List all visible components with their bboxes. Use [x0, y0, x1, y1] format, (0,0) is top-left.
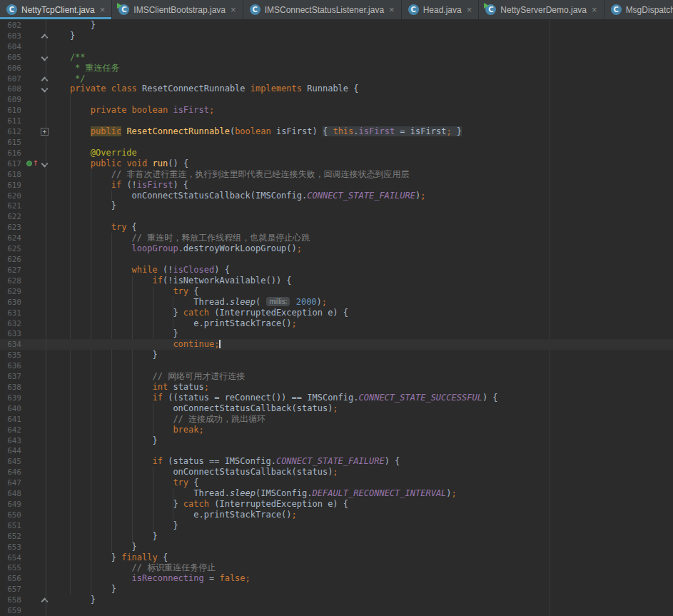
code-line[interactable]: 632 e.printStackTrace();: [0, 318, 673, 329]
editor-tab[interactable]: CIMSConnectStatusListener.java×: [243, 0, 402, 19]
code-text: }: [49, 584, 673, 595]
parameter-hint: millis:: [266, 297, 290, 306]
line-number: 629: [0, 287, 21, 296]
code-line[interactable]: 615: [0, 137, 673, 148]
code-line[interactable]: 630 Thread.sleep( millis: 2000);: [0, 297, 673, 308]
code-line[interactable]: 657 }: [0, 584, 673, 595]
fold-marker[interactable]: [41, 54, 48, 61]
code-line[interactable]: 638 int status;: [0, 382, 673, 393]
line-number: 607: [0, 74, 21, 84]
code-line[interactable]: 607 */: [0, 74, 673, 84]
line-number: 636: [0, 361, 21, 370]
tab-close-icon[interactable]: ×: [389, 5, 395, 14]
code-line[interactable]: 626: [0, 254, 673, 265]
code-line[interactable]: 659: [0, 605, 673, 616]
fold-marker[interactable]: [41, 161, 48, 167]
fold-marker[interactable]: [41, 86, 48, 92]
code-line[interactable]: 656 isReconnecting = false;: [0, 573, 673, 584]
code-editor[interactable]: 602 }603 }604605 /**606 * 重连任务607 */608 …: [0, 20, 673, 616]
code-line[interactable]: 625 loopGroup.destroyWorkLoopGroup();: [0, 243, 673, 254]
code-line[interactable]: 621 }: [0, 201, 673, 211]
code-line[interactable]: 627 while (!isClosed) {: [0, 265, 673, 276]
code-line[interactable]: 642 break;: [0, 425, 673, 435]
code-line[interactable]: 636: [0, 360, 673, 371]
code-line[interactable]: 645 if (status == IMSConfig.CONNECT_STAT…: [0, 456, 673, 467]
code-line[interactable]: 619 if (!isFirst) {: [0, 180, 673, 191]
fold-marker[interactable]: +: [41, 128, 49, 136]
code-text: Thread.sleep(IMSConfig.DEFAULT_RECONNECT…: [49, 488, 673, 499]
code-text: onConnectStatusCallback(IMSConfig.CONNEC…: [49, 191, 673, 201]
code-text: }: [49, 520, 673, 531]
code-text: continue;: [49, 339, 673, 350]
code-line[interactable]: 609: [0, 94, 673, 105]
editor-tab[interactable]: CNettyTcpClient.java×: [0, 0, 112, 19]
code-line[interactable]: 655 // 标识重连任务停止: [0, 562, 673, 573]
editor-tab[interactable]: CIMSClientBootstrap.java×: [112, 0, 243, 19]
code-line[interactable]: 628 if(!isNetworkAvailable()) {: [0, 276, 673, 286]
runnable-class-overlay-icon: [484, 3, 489, 9]
code-line[interactable]: 640 onConnectStatusCallback(status);: [0, 403, 673, 414]
editor-tab[interactable]: CHead.java×: [402, 0, 480, 19]
editor-tab[interactable]: CNettyServerDemo.java×: [479, 0, 604, 19]
code-line[interactable]: 647 try {: [0, 478, 673, 488]
code-line[interactable]: 649 } catch (InterruptedException e) {: [0, 499, 673, 510]
code-text: } finally {: [49, 552, 673, 563]
code-line[interactable]: 605 /**: [0, 52, 673, 63]
code-line[interactable]: 623 try {: [0, 222, 673, 233]
code-line[interactable]: 603 }: [0, 31, 673, 41]
code-line[interactable]: 633 }: [0, 328, 673, 339]
code-line[interactable]: 624 // 重连时，释放工作线程组，也就是停止心跳: [0, 233, 673, 243]
code-line[interactable]: 637 // 网络可用才进行连接: [0, 371, 673, 382]
fold-column: [40, 597, 49, 603]
tab-close-icon[interactable]: ×: [592, 5, 597, 14]
code-line[interactable]: 648 Thread.sleep(IMSConfig.DEFAULT_RECON…: [0, 488, 673, 499]
code-line[interactable]: 616 @Override: [0, 148, 673, 158]
code-line[interactable]: 639 if ((status = reConnect()) == IMSCon…: [0, 393, 673, 403]
code-line[interactable]: 643 }: [0, 435, 673, 446]
code-line[interactable]: 608 private class ResetConnectRunnable i…: [0, 84, 673, 94]
code-line[interactable]: 654 } finally {: [0, 552, 673, 563]
override-method-icon[interactable]: ↑: [26, 160, 39, 167]
code-line[interactable]: 634 continue;: [0, 339, 673, 350]
fold-marker[interactable]: [41, 33, 48, 39]
fold-marker[interactable]: [41, 76, 48, 82]
line-number: 609: [0, 95, 21, 104]
code-text: e.printStackTrace();: [49, 318, 673, 329]
code-line[interactable]: 646 onConnectStatusCallback(status);: [0, 467, 673, 478]
code-line[interactable]: 658 }: [0, 595, 673, 605]
code-line[interactable]: 644: [0, 445, 673, 456]
code-line[interactable]: 635 }: [0, 350, 673, 360]
code-line[interactable]: 652 }: [0, 531, 673, 542]
code-line[interactable]: 602 }: [0, 20, 673, 31]
code-line[interactable]: 617↑ public void run() {: [0, 158, 673, 169]
fold-column: [40, 33, 49, 39]
code-line[interactable]: 604: [0, 41, 673, 52]
tab-close-icon[interactable]: ×: [231, 5, 236, 14]
line-number: 616: [0, 148, 21, 158]
line-number: 645: [0, 457, 21, 466]
tab-close-icon[interactable]: ×: [467, 5, 472, 14]
code-line[interactable]: 610 private boolean isFirst;: [0, 105, 673, 116]
line-number: 604: [0, 42, 21, 51]
code-line[interactable]: 641 // 连接成功，跳出循环: [0, 414, 673, 425]
code-line[interactable]: 653 }: [0, 542, 673, 552]
code-line[interactable]: 629 try {: [0, 286, 673, 297]
fold-marker[interactable]: [41, 597, 48, 603]
code-line[interactable]: 622: [0, 211, 673, 222]
code-line[interactable]: 606 * 重连任务: [0, 63, 673, 74]
code-line[interactable]: 612+ public ResetConnectRunnable(boolean…: [0, 126, 673, 137]
editor-tab[interactable]: CMsgDispatcher.java×: [604, 0, 673, 19]
code-line[interactable]: 651 }: [0, 520, 673, 531]
code-line[interactable]: 631 } catch (InterruptedException e) {: [0, 308, 673, 318]
code-line[interactable]: 618 // 非首次进行重连，执行到这里即代表已经连接失败，回调连接状态到应用层: [0, 169, 673, 180]
fold-column: [40, 54, 49, 61]
code-text: isReconnecting = false;: [49, 573, 673, 584]
line-number: 631: [0, 308, 21, 318]
tab-close-icon[interactable]: ×: [100, 5, 106, 14]
line-number: 608: [0, 84, 21, 94]
gutter-separator: [46, 20, 46, 616]
code-line[interactable]: 611: [0, 116, 673, 126]
code-line[interactable]: 650 e.printStackTrace();: [0, 510, 673, 520]
line-number: 647: [0, 478, 21, 488]
code-line[interactable]: 620 onConnectStatusCallback(IMSConfig.CO…: [0, 191, 673, 201]
